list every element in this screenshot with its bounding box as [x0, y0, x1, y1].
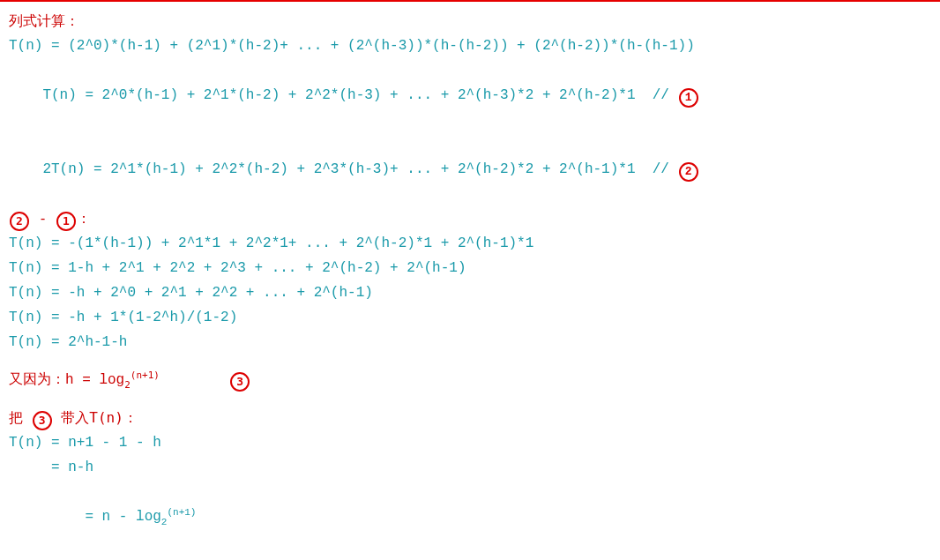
- circled-2-icon-ref: 2: [10, 212, 29, 231]
- minus-suffix: ：: [77, 210, 91, 227]
- equation-line-6: T(n) = -h + 2^0 + 2^1 + 2^2 + ... + 2^(h…: [9, 280, 931, 305]
- content-box: 列式计算： T(n) = (2^0)*(h-1) + (2^1)*(h-2)+ …: [0, 0, 940, 560]
- heading: 列式计算：: [9, 9, 931, 34]
- circled-3-icon-ref: 3: [33, 411, 52, 430]
- log-arg: (n+1): [131, 370, 160, 381]
- result-line-2: = n-h: [9, 455, 931, 480]
- circled-1-icon-ref: 1: [56, 212, 76, 231]
- equation-line-1: T(n) = (2^0)*(h-1) + (2^1)*(h-2)+ ... + …: [9, 34, 931, 58]
- circled-3-icon: 3: [230, 372, 250, 392]
- equation-line-8: T(n) = 2^h-1-h: [9, 330, 931, 355]
- res3-base: 2: [161, 516, 168, 526]
- sub-prefix: 把: [9, 409, 32, 426]
- circled-1-icon: 1: [679, 88, 698, 108]
- equation-line-3: 2T(n) = 2^1*(h-1) + 2^2*(h-2) + 2^3*(h-3…: [9, 132, 931, 206]
- result-line-1: T(n) = n+1 - 1 - h: [9, 430, 931, 455]
- equation-line-4: T(n) = -(1*(h-1)) + 2^1*1 + 2^2*1+ ... +…: [9, 231, 931, 256]
- result-line-3: = n - log2(n+1): [9, 480, 931, 556]
- log-base: 2: [124, 379, 131, 391]
- minus-mid: -: [30, 210, 56, 227]
- sub-suffix: 带入T(n)：: [53, 409, 138, 426]
- circled-2-icon: 2: [679, 162, 698, 182]
- equation-line-7: T(n) = -h + 1*(1-2^h)/(1-2): [9, 305, 931, 330]
- res3-arg: (n+1): [167, 507, 196, 518]
- equation-line-2: T(n) = 2^0*(h-1) + 2^1*(h-2) + 2^2*(h-3)…: [9, 58, 931, 132]
- because-line: 又因为：h = log2(n+1) 3: [9, 367, 931, 393]
- eq3-text: 2T(n) = 2^1*(h-1) + 2^2*(h-2) + 2^3*(h-3…: [42, 161, 677, 177]
- res3-prefix: = n - log: [42, 509, 160, 525]
- equation-line-5: T(n) = 1-h + 2^1 + 2^2 + 2^3 + ... + 2^(…: [9, 256, 931, 280]
- substitute-heading: 把 3 带入T(n)：: [9, 406, 931, 430]
- eq2-text: T(n) = 2^0*(h-1) + 2^1*(h-2) + 2^2*(h-3)…: [42, 87, 677, 103]
- subtraction-label: 2 - 1：: [9, 206, 931, 231]
- because-prefix: 又因为：h = log: [9, 372, 124, 388]
- spacer-2: [9, 393, 931, 406]
- spacer-3: [9, 556, 931, 560]
- spacer: [9, 355, 931, 367]
